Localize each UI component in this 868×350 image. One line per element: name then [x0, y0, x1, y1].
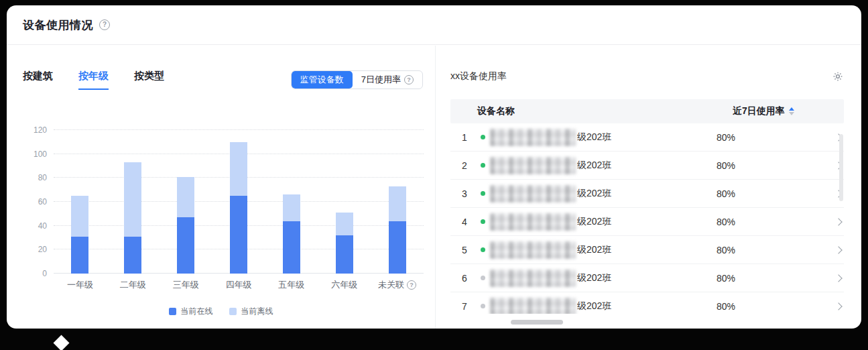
bar-一年级[interactable]	[71, 130, 88, 274]
bar-segment-当前在线	[177, 217, 194, 274]
legend-swatch	[169, 308, 176, 315]
x-label-一年级: 一年级	[54, 279, 107, 291]
toggle-device-count[interactable]: 监管设备数	[292, 71, 353, 89]
col-usage-label: 近7日使用率	[733, 105, 785, 117]
y-axis-tick: 80	[20, 173, 47, 182]
y-axis-tick: 40	[20, 221, 47, 231]
chevron-right-icon	[834, 274, 842, 282]
device-name-cell: 2 级202班	[450, 157, 717, 174]
page-title: 设备使用情况	[23, 17, 93, 33]
row-chevron-cell[interactable]	[828, 247, 844, 253]
row-index: 7	[450, 301, 472, 312]
y-axis-tick: 120	[20, 125, 47, 135]
redacted-device-name	[490, 129, 576, 146]
unlinked-help-icon[interactable]: ?	[407, 280, 416, 290]
toggle-device-count-label: 监管设备数	[300, 74, 344, 86]
title-help-icon[interactable]: ?	[99, 19, 110, 30]
screen-frame: 设备使用情况 ? 按建筑 按年级 按类型 监管设备数	[0, 0, 868, 350]
usage-value: 80%	[717, 245, 828, 255]
card-header: 设备使用情况 ?	[7, 5, 861, 45]
device-name-cell: 1 级202班	[450, 129, 717, 146]
table-title: xx设备使用率	[450, 70, 507, 82]
tab-by-grade[interactable]: 按年级	[78, 70, 109, 90]
bar-四年级[interactable]	[230, 130, 247, 274]
x-label-text: 未关联	[378, 279, 404, 291]
usage-value: 80%	[717, 160, 828, 171]
y-axis-tick: 20	[20, 245, 47, 254]
device-usage-card: 设备使用情况 ? 按建筑 按年级 按类型 监管设备数	[7, 5, 861, 329]
table-row[interactable]: 3 级202班 80%	[450, 180, 844, 208]
device-name-suffix: 级202班	[577, 160, 611, 172]
x-label-五年级: 五年级	[265, 279, 318, 291]
device-name-cell: 6 级202班	[450, 270, 717, 287]
status-dot-online	[481, 191, 485, 196]
table-row[interactable]: 2 级202班 80%	[450, 152, 844, 180]
redacted-device-name	[490, 270, 576, 287]
bar-二年级[interactable]	[124, 130, 141, 274]
redacted-device-name	[490, 185, 576, 202]
row-chevron-cell[interactable]	[828, 276, 844, 281]
tab-by-type[interactable]: 按类型	[134, 70, 164, 90]
row-chevron-cell[interactable]	[828, 219, 844, 225]
toggle-7day-usage[interactable]: 7日使用率 ?	[353, 71, 422, 89]
toggle-help-icon[interactable]: ?	[404, 75, 414, 84]
sort-caret-icon[interactable]	[789, 107, 794, 115]
bar-segment-当前在线	[336, 235, 353, 274]
bar-segment-当前在线	[389, 221, 406, 274]
x-label-text: 三年级	[173, 279, 199, 291]
bar-segment-当前离线	[389, 186, 406, 221]
table-row[interactable]: 7 级202班 80%	[450, 292, 844, 314]
x-label-text: 六年级	[331, 279, 357, 291]
table-row[interactable]: 1 级202班 80%	[450, 123, 844, 152]
status-dot-online	[481, 247, 485, 252]
table-row[interactable]: 4 级202班 80%	[450, 208, 844, 236]
row-index: 4	[450, 217, 472, 227]
bar-未关联[interactable]	[389, 130, 406, 274]
device-name-suffix: 级202班	[577, 300, 611, 312]
row-index: 5	[450, 245, 472, 255]
bar-三年级[interactable]	[177, 130, 194, 274]
usage-value: 80%	[717, 273, 828, 284]
device-name-suffix: 级202班	[577, 272, 611, 284]
x-axis-labels: 一年级二年级三年级四年级五年级六年级未关联?	[54, 279, 424, 291]
table-row[interactable]: 5 级202班 80%	[450, 236, 844, 264]
settings-gear-icon[interactable]	[832, 70, 844, 82]
table-row[interactable]: 6 级202班 80%	[450, 264, 844, 292]
vertical-scrollbar-thumb[interactable]	[839, 134, 843, 201]
x-label-六年级: 六年级	[318, 279, 371, 291]
row-chevron-cell[interactable]	[828, 304, 844, 309]
bar-五年级[interactable]	[283, 130, 300, 274]
row-index: 3	[450, 188, 472, 199]
y-axis-tick: 100	[20, 150, 47, 159]
status-dot-online	[481, 219, 485, 224]
group-tabs: 按建筑 按年级 按类型	[23, 70, 164, 90]
col-usage-sort[interactable]: 近7日使用率	[733, 105, 844, 117]
usage-value: 80%	[717, 301, 828, 312]
bar-segment-当前离线	[71, 196, 88, 237]
row-index: 6	[450, 273, 472, 284]
diamond-marker	[53, 335, 69, 350]
device-name-suffix: 级202班	[577, 216, 611, 228]
horizontal-scrollbar-thumb[interactable]	[511, 320, 563, 325]
bar-segment-当前离线	[283, 194, 300, 221]
device-name-suffix: 级202班	[577, 131, 611, 143]
x-label-text: 四年级	[226, 279, 252, 291]
status-dot-online	[481, 163, 485, 168]
table-title-row: xx设备使用率	[450, 46, 844, 82]
x-label-四年级: 四年级	[212, 279, 265, 291]
x-label-text: 二年级	[120, 279, 146, 291]
tab-by-building[interactable]: 按建筑	[23, 70, 53, 90]
device-name-cell: 5 级202班	[450, 241, 717, 259]
legend-item-当前离线[interactable]: 当前离线	[229, 306, 273, 317]
redacted-device-name	[490, 298, 576, 314]
legend-swatch	[229, 308, 237, 315]
bar-segment-当前在线	[283, 221, 300, 274]
bar-六年级[interactable]	[336, 130, 353, 274]
chart-legend: 当前在线当前离线	[7, 306, 435, 317]
device-name-suffix: 级202班	[577, 244, 611, 256]
usage-table-pane: xx设备使用率 设备名称 近7日使用率	[436, 46, 861, 329]
bar-segment-当前离线	[177, 177, 194, 218]
x-label-text: 五年级	[278, 279, 304, 291]
legend-item-当前在线[interactable]: 当前在线	[169, 306, 213, 317]
redacted-device-name	[490, 241, 576, 259]
